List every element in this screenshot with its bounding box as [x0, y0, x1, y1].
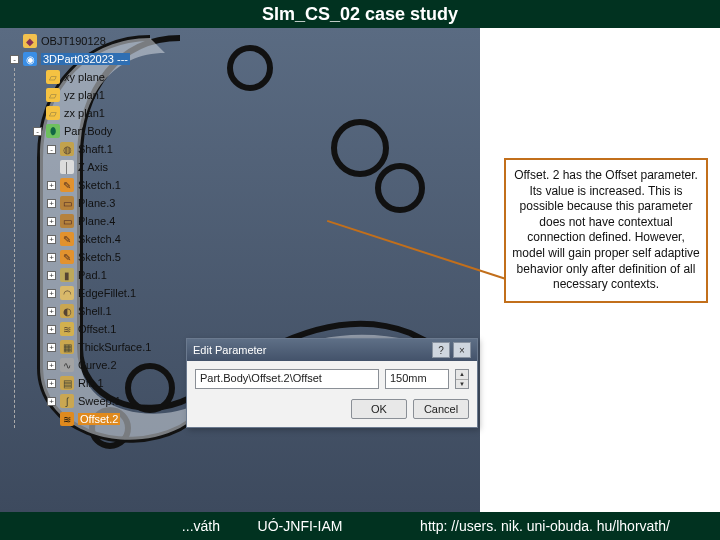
- expand-icon[interactable]: +: [47, 343, 56, 352]
- edge-icon: ◠: [60, 286, 74, 300]
- tree-item-label: Plane.4: [78, 215, 115, 227]
- pln-icon: ▭: [60, 214, 74, 228]
- dialog-title-text: Edit Parameter: [193, 344, 266, 356]
- thk-icon: ▦: [60, 340, 74, 354]
- tree-item[interactable]: -◍Shaft.1: [19, 140, 178, 158]
- slide-title: SIm_CS_02 case study: [0, 0, 720, 28]
- expand-icon[interactable]: +: [47, 181, 56, 190]
- expand-icon[interactable]: +: [47, 361, 56, 370]
- cancel-button[interactable]: Cancel: [413, 399, 469, 419]
- tree-item-label: Shell.1: [78, 305, 112, 317]
- tree-item[interactable]: +∫Sweep.1: [19, 392, 178, 410]
- off-icon: ≋: [60, 322, 74, 336]
- svg-point-0: [334, 122, 386, 174]
- expand-icon[interactable]: +: [47, 271, 56, 280]
- object-icon: ◆: [23, 34, 37, 48]
- tree-item-label: Plane.3: [78, 197, 115, 209]
- tree-item[interactable]: ▱yz plan1: [19, 86, 178, 104]
- help-button[interactable]: ?: [432, 342, 450, 358]
- tree-item[interactable]: +▦ThickSurface.1: [19, 338, 178, 356]
- expand-icon[interactable]: +: [47, 253, 56, 262]
- tree-item-label: yz plan1: [64, 89, 105, 101]
- tree-item[interactable]: ≋Offset.2: [19, 410, 178, 428]
- tree-item-label: zx plan1: [64, 107, 105, 119]
- dialog-titlebar[interactable]: Edit Parameter ? ×: [187, 339, 477, 361]
- value-spinner[interactable]: ▲▼: [455, 369, 469, 389]
- tree-root-object[interactable]: ◆ OBJT190128: [10, 32, 178, 50]
- tree-item-label: Rib.1: [78, 377, 104, 389]
- tree-item[interactable]: +✎Sketch.5: [19, 248, 178, 266]
- tree-item-label: Offset.1: [78, 323, 116, 335]
- tree-item-label: Sketch.5: [78, 251, 121, 263]
- tree-item-label: Offset.2: [78, 413, 120, 425]
- edit-parameter-dialog: Edit Parameter ? × Part.Body\Offset.2\Of…: [186, 338, 478, 428]
- tree-root-part[interactable]: - ◉ 3DPart032023 ---: [10, 50, 178, 68]
- tree-item[interactable]: +▭Plane.3: [19, 194, 178, 212]
- swp-icon: ∫: [60, 394, 74, 408]
- tree-item[interactable]: +▤Rib.1: [19, 374, 178, 392]
- tree-item-label: Sweep.1: [78, 395, 121, 407]
- ok-button[interactable]: OK: [351, 399, 407, 419]
- expand-icon[interactable]: +: [47, 199, 56, 208]
- expand-icon[interactable]: +: [47, 379, 56, 388]
- tree-item-label: ThickSurface.1: [78, 341, 151, 353]
- expand-icon[interactable]: +: [47, 307, 56, 316]
- expand-icon[interactable]: +: [47, 325, 56, 334]
- footer-url: http: //users. nik. uni-obuda. hu/lhorva…: [370, 518, 720, 534]
- tree-item-label: Sketch.1: [78, 179, 121, 191]
- expand-icon[interactable]: -: [33, 127, 42, 136]
- tree-item[interactable]: -⬮Part.Body: [19, 122, 178, 140]
- expand-icon[interactable]: +: [47, 217, 56, 226]
- tree-root-part-label: 3DPart032023 ---: [41, 53, 130, 65]
- axis-icon: │: [60, 160, 74, 174]
- body-icon: ⬮: [46, 124, 60, 138]
- tree-item[interactable]: +▮Pad.1: [19, 266, 178, 284]
- expand-icon[interactable]: +: [47, 289, 56, 298]
- tree-item[interactable]: +▭Plane.4: [19, 212, 178, 230]
- tree-item-label: Pad.1: [78, 269, 107, 281]
- close-button[interactable]: ×: [453, 342, 471, 358]
- tree-item[interactable]: +✎Sketch.4: [19, 230, 178, 248]
- pad-icon: ▮: [60, 268, 74, 282]
- plane-icon: ▱: [46, 88, 60, 102]
- part-icon: ◉: [23, 52, 37, 66]
- tree-item-label: Part.Body: [64, 125, 112, 137]
- tree-root-label: OBJT190128: [41, 35, 106, 47]
- tree-item[interactable]: +≋Offset.1: [19, 320, 178, 338]
- expand-icon[interactable]: -: [47, 145, 56, 154]
- tree-item[interactable]: │Z Axis: [19, 158, 178, 176]
- tree-item[interactable]: ▱xy plane: [19, 68, 178, 86]
- tree-item-label: xy plane: [64, 71, 105, 83]
- tree-item[interactable]: +◐Shell.1: [19, 302, 178, 320]
- cur-icon: ∿: [60, 358, 74, 372]
- tree-item-label: Sketch.4: [78, 233, 121, 245]
- param-path-field[interactable]: Part.Body\Offset.2\Offset: [195, 369, 379, 389]
- cad-viewport[interactable]: ◆ OBJT190128 - ◉ 3DPart032023 --- ▱xy pl…: [0, 28, 480, 512]
- sk-icon: ✎: [60, 232, 74, 246]
- shaft-icon: ◍: [60, 142, 74, 156]
- tree-children: ▱xy plane▱yz plan1▱zx plan1-⬮Part.Body-◍…: [14, 68, 178, 428]
- slide-footer: ...váth UÓ-JNFI-IAM http: //users. nik. …: [0, 512, 720, 540]
- sk-icon: ✎: [60, 178, 74, 192]
- expand-icon[interactable]: +: [47, 235, 56, 244]
- tree-item[interactable]: +◠EdgeFillet.1: [19, 284, 178, 302]
- rib-icon: ▤: [60, 376, 74, 390]
- spin-up-icon[interactable]: ▲: [456, 370, 468, 380]
- svg-point-2: [230, 48, 270, 88]
- expand-icon[interactable]: +: [47, 397, 56, 406]
- footer-org: UÓ-JNFI-IAM: [230, 518, 370, 534]
- tree-item-label: EdgeFillet.1: [78, 287, 136, 299]
- tree-item[interactable]: +✎Sketch.1: [19, 176, 178, 194]
- sel-icon: ≋: [60, 412, 74, 426]
- param-value-field[interactable]: 150mm: [385, 369, 449, 389]
- feature-tree[interactable]: ◆ OBJT190128 - ◉ 3DPart032023 --- ▱xy pl…: [10, 32, 178, 428]
- tree-item-label: Z Axis: [78, 161, 108, 173]
- shell-icon: ◐: [60, 304, 74, 318]
- tree-item[interactable]: +∿Curve.2: [19, 356, 178, 374]
- tree-item-label: Shaft.1: [78, 143, 113, 155]
- spin-down-icon[interactable]: ▼: [456, 380, 468, 389]
- explanation-note: Offset. 2 has the Offset parameter. Its …: [504, 158, 708, 303]
- collapse-icon[interactable]: -: [10, 55, 19, 64]
- content-area: ◆ OBJT190128 - ◉ 3DPart032023 --- ▱xy pl…: [0, 28, 720, 512]
- tree-item[interactable]: ▱zx plan1: [19, 104, 178, 122]
